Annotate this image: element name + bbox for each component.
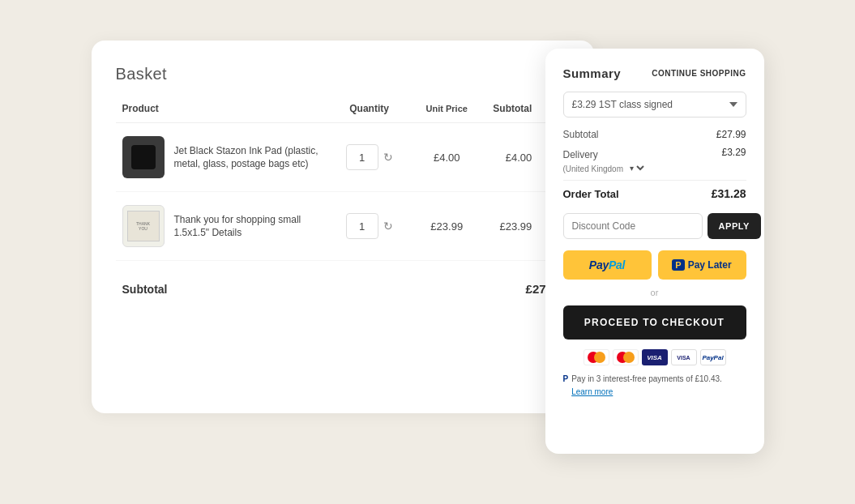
delivery-label: Delivery: [563, 149, 598, 160]
basket-title: Basket: [116, 65, 570, 83]
discount-row: APPLY: [563, 213, 746, 239]
payment-icons: VISA VISA PayPal: [563, 349, 746, 365]
basket-subtotal-label: Subtotal: [122, 283, 168, 296]
unit-price-2: £23.99: [412, 192, 482, 261]
visa-icon: VISA: [642, 349, 668, 365]
shipping-select[interactable]: £3.29 1ST class signed: [563, 92, 746, 117]
discount-input[interactable]: [563, 213, 703, 239]
visa-debit-icon: VISA: [671, 349, 697, 365]
delivery-value: £3.29: [721, 147, 746, 158]
product-col-header: Product: [116, 98, 327, 123]
learn-more-link[interactable]: Learn more: [571, 387, 722, 398]
subtotal-row: Subtotal £27.99: [563, 129, 746, 140]
unit-price-col-header: Unit Price: [412, 98, 482, 123]
qty-col-header: Quantity: [327, 98, 411, 123]
refresh-btn-1[interactable]: ↻: [383, 151, 393, 164]
continue-shopping-button[interactable]: CONTINUE SHOPPING: [652, 69, 746, 78]
product-image-2: THANKYOU: [122, 205, 165, 247]
qty-cell-1: ↻: [327, 123, 411, 192]
proceed-checkout-button[interactable]: PROCEED TO CHECKOUT: [563, 305, 746, 340]
mastercard-icon: [584, 349, 609, 365]
delivery-label-group: Delivery (United Kingdom ▾: [563, 147, 647, 173]
delivery-row: Delivery (United Kingdom ▾ £3.29: [563, 147, 746, 173]
summary-card: Summary CONTINUE SHOPPING £3.29 1ST clas…: [545, 49, 764, 454]
paypal-button[interactable]: PayPal: [563, 250, 652, 280]
product-name-2: Thank you for shopping small 1.5x1.5" De…: [174, 213, 321, 241]
order-total-label: Order Total: [563, 188, 619, 200]
subtotal-2: £23.99: [482, 192, 539, 261]
delivery-country: (United Kingdom ▾: [563, 163, 647, 173]
product-cell: THANKYOU Thank you for shopping small 1.…: [122, 205, 321, 247]
subtotal-label: Subtotal: [563, 129, 599, 140]
order-total-row: Order Total £31.28: [563, 180, 746, 200]
order-total-value: £31.28: [712, 187, 746, 200]
refresh-btn-2[interactable]: ↻: [383, 220, 393, 233]
subtotal-col-header: Subtotal: [482, 98, 539, 123]
paypal-row: PayPal P Pay Later: [563, 250, 746, 280]
delivery-note: (United Kingdom: [563, 164, 623, 173]
apply-button[interactable]: APPLY: [708, 213, 761, 239]
paylater-button[interactable]: P Pay Later: [658, 250, 746, 280]
delivery-country-select[interactable]: ▾: [626, 163, 647, 173]
summary-title: Summary: [563, 66, 622, 80]
subtotal-1: £4.00: [482, 123, 539, 192]
mastercard-icon-2: [613, 349, 639, 365]
paypal-info-text: Pay in 3 interest-free payments of £10.4…: [571, 374, 722, 383]
basket-table: Product Quantity Unit Price Subtotal Jet…: [116, 98, 570, 261]
page-wrapper: Basket Product Quantity Unit Price Subto…: [0, 0, 855, 504]
table-row: Jet Black Stazon Ink Pad (plastic, metal…: [116, 123, 570, 192]
or-divider: or: [563, 288, 746, 297]
paypal-info-icon: P: [563, 374, 569, 385]
paypal-info: P Pay in 3 interest-free payments of £10…: [563, 374, 746, 398]
paypal-small-icon: PayPal: [700, 349, 726, 365]
qty-input-1[interactable]: [346, 144, 378, 170]
product-cell: Jet Black Stazon Ink Pad (plastic, metal…: [122, 136, 321, 178]
summary-header: Summary CONTINUE SHOPPING: [563, 66, 746, 80]
table-row: THANKYOU Thank you for shopping small 1.…: [116, 192, 570, 261]
basket-card: Basket Product Quantity Unit Price Subto…: [92, 41, 594, 413]
subtotal-value: £27.99: [716, 129, 746, 140]
qty-input-2[interactable]: [346, 213, 378, 239]
unit-price-1: £4.00: [412, 123, 482, 192]
basket-footer: Subtotal £27.99: [116, 267, 570, 296]
product-image-1: [122, 136, 165, 178]
product-name-1: Jet Black Stazon Ink Pad (plastic, metal…: [174, 144, 321, 172]
qty-cell-2: ↻: [327, 192, 411, 261]
